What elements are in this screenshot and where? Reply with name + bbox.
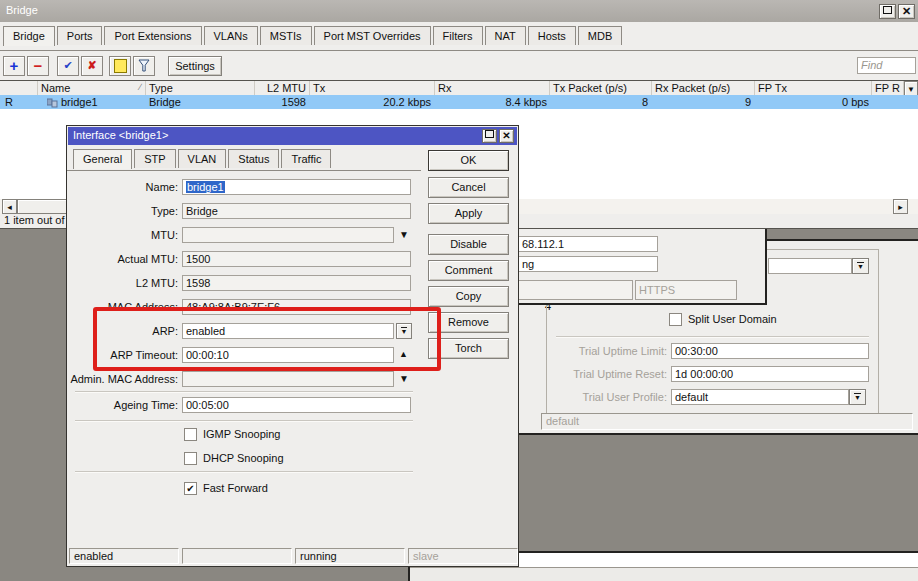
tab-port-extensions[interactable]: Port Extensions xyxy=(104,26,201,45)
trial-user-profile-dropdown-button[interactable]: ▼ xyxy=(849,389,866,405)
maximize-button[interactable] xyxy=(879,4,896,19)
fast-forward-label: Fast Forward xyxy=(203,482,268,494)
header-flags[interactable] xyxy=(0,81,38,96)
filter-button[interactable] xyxy=(133,56,155,76)
dialog-title: Interface <bridge1> xyxy=(73,129,168,141)
split-user-domain-checkbox[interactable] xyxy=(669,313,682,326)
row-flags: R xyxy=(5,95,35,109)
header-rx-packet[interactable]: Rx Packet (p/s) xyxy=(652,81,755,96)
igmp-snooping-checkbox[interactable] xyxy=(184,428,197,441)
tab-general[interactable]: General xyxy=(73,149,132,169)
mtu-dropdown-icon[interactable]: ▼ xyxy=(399,229,409,240)
bridge-status-text: 1 item out of xyxy=(4,214,65,226)
https-field[interactable]: HTTPS xyxy=(635,280,737,300)
tab-traffic[interactable]: Traffic xyxy=(281,149,331,168)
dialog-status-slave: slave xyxy=(408,548,518,564)
type-field: Bridge xyxy=(182,203,411,219)
dialog-status-empty xyxy=(182,548,292,564)
header-rx[interactable]: Rx xyxy=(435,81,550,96)
l2-mtu-field: 1598 xyxy=(182,275,411,291)
trial-user-profile-field[interactable]: default xyxy=(671,389,849,405)
row-rx: 8.4 kbps xyxy=(435,95,547,109)
tab-bridge[interactable]: Bridge xyxy=(3,26,55,46)
divider xyxy=(75,420,413,422)
tab-mdb[interactable]: MDB xyxy=(578,26,622,45)
trial-uptime-reset-field[interactable]: 1d 00:00:00 xyxy=(671,366,869,382)
trial-uptime-reset-label: Trial Uptime Reset: xyxy=(540,368,667,380)
remove-button[interactable]: − xyxy=(27,56,49,76)
close-button[interactable]: ✕ xyxy=(898,4,915,19)
cross-icon: ✘ xyxy=(87,59,96,71)
row-tx-packet: 8 xyxy=(550,95,648,109)
scroll-right-icon: ▸ xyxy=(898,202,903,212)
dialog-tabstrip: GeneralSTPVLANStatusTraffic xyxy=(73,149,421,171)
mtu-field[interactable] xyxy=(182,227,394,243)
copy-button[interactable]: Copy xyxy=(428,286,509,307)
check-icon: ✔ xyxy=(186,483,194,494)
mtu-label: MTU: xyxy=(67,229,178,241)
tab-stp[interactable]: STP xyxy=(134,149,175,168)
tab-port-mst-overrides[interactable]: Port MST Overrides xyxy=(314,26,431,45)
fast-forward-checkbox[interactable]: ✔ xyxy=(184,482,197,495)
tab-vlans[interactable]: VLANs xyxy=(204,26,258,45)
bridge-tabstrip: BridgePortsPort ExtensionsVLANsMSTIsPort… xyxy=(0,26,918,51)
disable-button[interactable]: ✘ xyxy=(81,56,103,76)
enable-button[interactable]: ✔ xyxy=(57,56,79,76)
header-fp-rx[interactable]: FP R xyxy=(872,81,904,96)
header-name[interactable]: Name ∕ xyxy=(38,81,146,96)
tab-hosts[interactable]: Hosts xyxy=(528,26,576,45)
ageing-time-field[interactable]: 00:05:00 xyxy=(182,397,411,413)
tab-nat[interactable]: NAT xyxy=(485,26,526,45)
apply-button[interactable]: Apply xyxy=(428,203,509,224)
admin-mac-field[interactable] xyxy=(182,371,394,387)
admin-mac-dropdown-icon[interactable]: ▼ xyxy=(399,373,409,384)
name-field[interactable]: bridge1 xyxy=(182,179,411,195)
divider xyxy=(75,471,413,473)
find-input[interactable]: Find xyxy=(857,57,916,74)
comment-button[interactable] xyxy=(109,56,131,76)
add-button[interactable]: + xyxy=(3,56,25,76)
settings-button[interactable]: Settings xyxy=(168,56,222,76)
header-tx-packet[interactable]: Tx Packet (p/s) xyxy=(550,81,652,96)
column-select-button[interactable]: ▼ xyxy=(904,81,918,96)
header-tx[interactable]: Tx xyxy=(310,81,435,96)
scroll-right-button[interactable]: ▸ xyxy=(893,199,908,214)
tab-mstis[interactable]: MSTIs xyxy=(260,26,312,45)
dialog-titlebar[interactable]: Interface <bridge1> ✕ xyxy=(68,127,517,145)
trial-uptime-limit-label: Trial Uptime Limit: xyxy=(540,345,667,357)
name-label: Name: xyxy=(67,181,178,193)
tab-ports[interactable]: Ports xyxy=(57,26,103,45)
actual-mtu-label: Actual MTU: xyxy=(67,253,178,265)
annotation-highlight xyxy=(93,307,441,371)
row-fp-tx: 0 bps xyxy=(755,95,869,109)
trial-user-profile-label: Trial User Profile: xyxy=(540,391,667,403)
close-icon: ✕ xyxy=(902,5,911,17)
trial-uptime-limit-field[interactable]: 00:30:00 xyxy=(671,343,869,359)
sort-icon: ∕ xyxy=(139,82,141,92)
table-row[interactable]: R bridge1 Bridge 1598 20.2 kbps 8.4 kbps… xyxy=(0,95,918,109)
dialog-status-running: running xyxy=(295,548,405,564)
ok-button[interactable]: OK xyxy=(428,150,509,171)
dialog-maximize-button[interactable] xyxy=(482,129,497,143)
plus-icon: + xyxy=(10,57,19,74)
desktop: ▼ 4 Split User Domain Trial Uptime Limit… xyxy=(0,0,918,581)
tab-filters[interactable]: Filters xyxy=(433,26,483,45)
comment-button[interactable]: Comment xyxy=(428,260,509,281)
header-fp-tx[interactable]: FP Tx xyxy=(755,81,872,96)
tab-status[interactable]: Status xyxy=(228,149,279,168)
dhcp-snooping-checkbox[interactable] xyxy=(184,452,197,465)
header-type[interactable]: Type xyxy=(146,81,255,96)
scroll-left-icon: ◂ xyxy=(7,202,12,212)
cancel-button[interactable]: Cancel xyxy=(428,177,509,198)
bridge-titlebar[interactable]: Bridge ✕ xyxy=(0,0,918,22)
window-b-status-bar: default xyxy=(541,413,913,430)
disable-button[interactable]: Disable xyxy=(428,234,509,255)
tab-vlan[interactable]: VLAN xyxy=(178,149,227,168)
dropdown-icon: ▼ xyxy=(907,85,915,94)
dropdown-icon: ▼ xyxy=(854,393,861,402)
dialog-close-button[interactable]: ✕ xyxy=(499,129,514,143)
filter-icon xyxy=(138,59,150,72)
scroll-left-button[interactable]: ◂ xyxy=(2,199,17,214)
header-l2mtu[interactable]: L2 MTU xyxy=(255,81,310,96)
bridge-interface-icon xyxy=(47,98,58,108)
